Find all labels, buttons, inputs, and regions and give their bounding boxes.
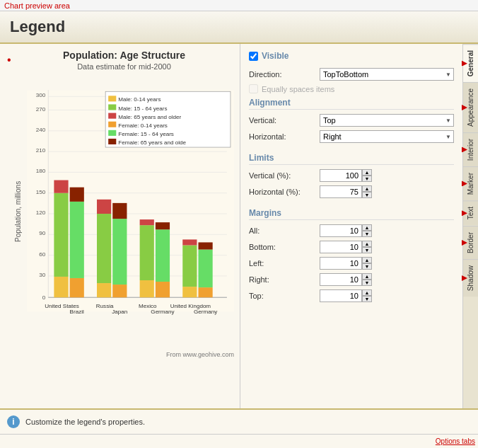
svg-rect-64 [108,122,116,127]
horizontal-pct-label: Horizontal (%): [249,188,320,196]
visible-label: Visible [262,51,288,61]
vertical-select-wrapper[interactable]: Top Center Bottom [320,114,454,127]
left-label: Left: [249,259,320,268]
top-down[interactable]: ▼ [362,296,372,302]
vertical-pct-label: Vertical (%): [249,171,320,180]
vertical-select[interactable]: Top Center Bottom [320,114,454,127]
vertical-pct-up[interactable]: ▲ [362,169,372,176]
all-down[interactable]: ▼ [362,231,372,237]
all-up[interactable]: ▲ [362,224,372,231]
tab-appearance[interactable]: Appearance [463,82,478,132]
svg-text:60: 60 [39,251,45,258]
right-margin-label: Right: [249,275,320,284]
direction-label: Direction: [249,70,320,79]
all-row: All: ▲ ▼ [249,224,454,237]
svg-rect-32 [97,214,111,283]
options-tabs-label[interactable]: Options tabs [436,437,475,445]
direction-select-wrapper[interactable]: TopToBottom BottomToTop LeftToRight Righ… [320,68,454,81]
svg-text:Female: 15 - 64 years: Female: 15 - 64 years [118,131,174,137]
tab-marker[interactable]: Marker [463,166,478,200]
horizontal-pct-up[interactable]: ▲ [362,185,372,192]
vertical-pct-spinner: ▲ ▼ [320,169,376,182]
tab-general[interactable]: General [463,44,478,82]
horizontal-select-wrapper[interactable]: Left Center Right [320,130,454,143]
tab-text[interactable]: Text [463,200,478,225]
right-input[interactable] [320,273,362,286]
svg-rect-45 [182,239,197,245]
bottom-label: Bottom: [249,243,320,251]
bottom-down[interactable]: ▼ [362,247,372,253]
right-down[interactable]: ▼ [362,280,372,286]
svg-rect-48 [198,242,212,249]
chart-source: From www.geohive.com [14,351,234,358]
horizontal-row: Horizontal: Left Center Right [249,130,454,143]
svg-rect-68 [108,139,116,144]
left-down[interactable]: ▼ [362,263,372,270]
all-spinner: ▲ ▼ [320,224,376,237]
svg-rect-25 [54,277,68,297]
bottom-row: Bottom: ▲ ▼ [249,241,454,253]
limits-section: Limits Vertical (%): ▲ ▼ Horizontal (%): [249,153,454,198]
svg-rect-34 [112,285,127,297]
chart-inner: 0 30 60 90 120 150 180 21 [27,74,234,350]
horizontal-pct-down[interactable]: ▼ [362,192,372,198]
top-up[interactable]: ▲ [362,289,372,296]
left-up[interactable]: ▲ [362,257,372,263]
all-input[interactable] [320,224,362,237]
svg-rect-36 [112,203,127,219]
svg-rect-35 [112,219,127,285]
equally-spaces-row: Equally spaces items [249,84,454,93]
horizontal-pct-spinner: ▲ ▼ [320,185,376,198]
svg-text:Female: 65 years and olde: Female: 65 years and olde [118,139,186,146]
tab-shadow[interactable]: Shadow [463,259,478,297]
margins-section: Margins All: ▲ ▼ Bottom: [249,208,454,302]
left-row: Left: ▲ ▼ [249,257,454,270]
top-input[interactable] [320,289,362,302]
limits-section-label: Limits [249,153,454,165]
right-spinner: ▲ ▼ [320,273,376,286]
tab-interior[interactable]: Interior [463,132,478,166]
visible-checkbox[interactable] [249,52,258,61]
left-input[interactable] [320,257,362,270]
legend-header: Legend [0,11,478,44]
bottom-input[interactable] [320,241,362,253]
red-bullet: • [7,54,11,67]
svg-rect-30 [70,188,84,202]
svg-rect-33 [97,200,111,214]
vertical-row: Vertical: Top Center Bottom [249,114,454,127]
direction-select[interactable]: TopToBottom BottomToTop LeftToRight Righ… [320,68,454,81]
horizontal-pct-input[interactable] [320,185,362,198]
svg-text:Female: 0-14 years: Female: 0-14 years [118,122,168,129]
horizontal-pct-row: Horizontal (%): ▲ ▼ [249,185,454,198]
svg-rect-60 [108,104,116,110]
bottom-up[interactable]: ▲ [362,241,372,247]
svg-text:120: 120 [36,209,46,216]
svg-rect-43 [182,287,197,297]
svg-rect-41 [156,229,170,282]
right-up[interactable]: ▲ [362,273,372,280]
svg-text:Russia: Russia [96,303,114,309]
svg-text:210: 210 [36,147,46,154]
svg-rect-46 [198,287,212,297]
svg-rect-27 [54,180,68,193]
side-tabs: General Appearance Interior Marker Text … [462,44,478,408]
visible-row: Visible [249,51,454,61]
svg-rect-38 [140,225,154,280]
vertical-pct-input[interactable] [320,169,362,182]
right-panel: Visible Direction: TopToBottom BottomToT… [240,44,462,408]
horizontal-label: Horizontal: [249,132,320,141]
top-row: Top: ▲ ▼ [249,289,454,302]
chart-subtitle: Data estimate for mid-2000 [14,62,234,71]
tab-border[interactable]: Border [463,226,478,259]
status-text: Customize the legend's properties. [25,418,145,426]
vertical-pct-row: Vertical (%): ▲ ▼ [249,169,454,182]
legend-title: Legend [10,18,65,36]
svg-rect-26 [54,193,68,277]
svg-rect-44 [182,245,197,287]
horizontal-select[interactable]: Left Center Right [320,130,454,143]
svg-text:Germany: Germany [151,309,175,315]
svg-rect-42 [156,222,170,229]
vertical-pct-down[interactable]: ▼ [362,176,372,182]
y-axis-label: Population, millions [14,74,25,350]
svg-text:240: 240 [36,127,46,133]
